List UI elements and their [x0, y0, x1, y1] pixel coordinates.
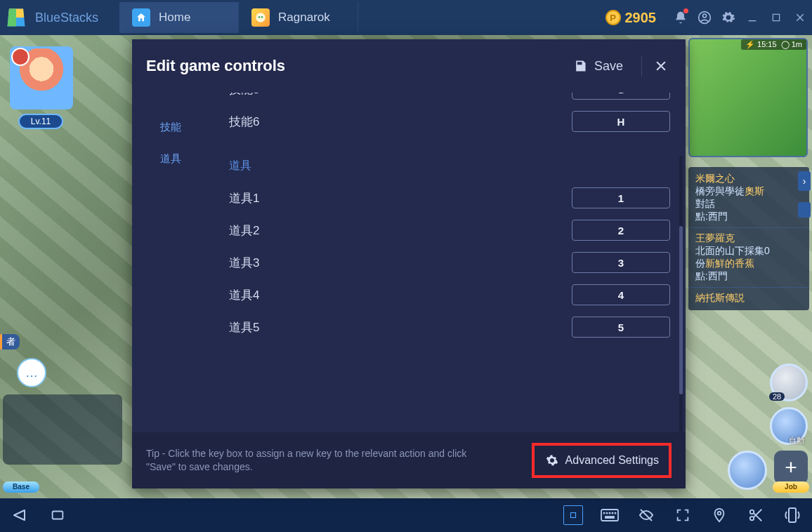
svg-point-16	[609, 512, 610, 513]
keybind-row: 道具4 4	[212, 279, 670, 311]
quest-next-icon[interactable]: ›	[798, 171, 811, 191]
minimap[interactable]	[688, 38, 808, 157]
svg-point-4	[256, 13, 265, 22]
modal-title: Edit game controls	[146, 57, 565, 75]
action-buttons-hud: 28 自動 +	[723, 364, 808, 490]
advanced-gear-icon	[546, 454, 558, 467]
home-icon	[132, 8, 150, 27]
tab-home[interactable]: Home	[119, 2, 239, 33]
quest-1-title: 米爾之心	[695, 173, 802, 185]
keybind-input[interactable]: 3	[572, 252, 670, 273]
ragnarok-icon	[251, 8, 270, 27]
keybind-input[interactable]: G	[572, 93, 670, 100]
svg-point-15	[606, 512, 607, 513]
svg-rect-10	[773, 14, 779, 20]
bell-icon[interactable]	[669, 6, 693, 29]
svg-rect-23	[789, 508, 796, 522]
keybind-input[interactable]: 1	[572, 187, 670, 208]
game-viewport: Lv.11 ⚡ 15:15 ◯ 1m › 米爾之心 橋旁與學徒奧斯 對話 點:西…	[0, 35, 812, 498]
scrollbar-thumb[interactable]	[679, 226, 683, 394]
close-button[interactable]	[652, 57, 670, 75]
player-avatar-hud[interactable]: Lv.11	[10, 46, 87, 159]
chat-bubble-icon[interactable]: …	[17, 358, 46, 387]
window-maximize[interactable]	[764, 6, 788, 29]
brand-name: BlueStacks	[35, 11, 98, 25]
advanced-settings-button[interactable]: Advanced Settings	[532, 443, 672, 478]
scissors-icon[interactable]	[746, 505, 766, 525]
quest-panel[interactable]: › 米爾之心 橋旁與學徒奧斯 對話 點:西門 王夢羅克 北面的山下採集0 份新鮮…	[688, 167, 809, 310]
sidebar-item-skill[interactable]: 技能	[160, 121, 181, 134]
hand-button[interactable]	[728, 451, 767, 490]
shake-icon[interactable]	[782, 505, 802, 525]
svg-rect-9	[749, 20, 757, 21]
window-minimize[interactable]	[740, 6, 764, 29]
svg-rect-13	[601, 510, 618, 521]
modal-header: Edit game controls Save	[132, 39, 686, 93]
tab-home-label: Home	[159, 11, 190, 25]
footer-tip: Tip - Click the key box to assign a new …	[146, 447, 483, 474]
location-icon[interactable]	[709, 505, 729, 525]
keybind-label: 技能6	[212, 114, 451, 130]
advanced-settings-label: Advanced Settings	[565, 454, 659, 467]
quest-2-title: 王夢羅克	[695, 232, 802, 245]
tab-ragnarok[interactable]: Ragnarok	[239, 2, 358, 33]
keybind-row: 技能6 H	[212, 105, 670, 138]
save-icon	[573, 59, 587, 73]
keybind-input[interactable]: H	[572, 111, 670, 132]
hide-icon[interactable]	[636, 505, 656, 525]
keybind-input[interactable]: 4	[572, 284, 670, 305]
equip-button[interactable]: 28	[770, 364, 808, 401]
keybind-row: 道具3 3	[212, 246, 670, 279]
keybind-label: 道具4	[212, 287, 451, 303]
save-button[interactable]: Save	[565, 55, 631, 78]
keybind-row: 道具2 2	[212, 214, 670, 246]
job-xp-pill: Job	[773, 481, 809, 493]
save-label: Save	[594, 59, 623, 74]
keyboard-icon[interactable]	[600, 505, 620, 525]
quest-2-line: 北面的山下採集0	[695, 245, 802, 258]
gear-icon[interactable]	[716, 6, 740, 29]
keybind-input[interactable]: 5	[572, 317, 670, 338]
quest-1-line2: 對話	[695, 198, 802, 211]
edit-controls-modal: Edit game controls Save 技能 道具 技能5 G	[132, 39, 686, 488]
svg-point-20	[718, 512, 721, 515]
svg-rect-12	[571, 513, 576, 518]
quest-3-title: 納托斯傳説	[695, 292, 802, 305]
keybind-row: 道具5 5	[212, 311, 670, 343]
window-close[interactable]	[788, 6, 812, 29]
account-icon[interactable]	[693, 6, 716, 29]
keybind-row: 道具1 1	[212, 182, 670, 214]
quest-1-loc: 點:西門	[695, 211, 802, 223]
svg-point-6	[261, 16, 263, 18]
auto-button[interactable]: 自動	[770, 407, 808, 445]
svg-point-18	[615, 512, 615, 513]
toggle-overlay-icon[interactable]	[563, 505, 583, 525]
keybind-label: 道具1	[212, 190, 451, 206]
svg-point-8	[703, 14, 707, 18]
quest-2-line2: 份新鮮的香蕉	[695, 258, 802, 270]
modal-footer: Tip - Click the key box to assign a new …	[132, 432, 686, 488]
back-icon[interactable]	[10, 505, 30, 525]
keybind-row: 技能5 G	[212, 93, 670, 105]
tab-ragnarok-label: Ragnarok	[278, 11, 330, 25]
plus-button[interactable]: +	[774, 451, 808, 484]
svg-rect-19	[605, 517, 614, 518]
quest-1-line: 橋旁與學徒奧斯	[695, 185, 802, 198]
quest-list-icon[interactable]	[798, 202, 811, 218]
svg-point-17	[612, 512, 613, 513]
bluestacks-logo	[0, 1, 32, 34]
chat-panel[interactable]	[3, 394, 122, 465]
player-level-badge: Lv.11	[18, 114, 63, 129]
home-nav-icon[interactable]	[48, 505, 67, 525]
section-heading-item: 道具	[212, 138, 670, 182]
keybind-label: 道具2	[212, 222, 451, 239]
keybind-label: 道具3	[212, 255, 451, 271]
sidebar-item-item[interactable]: 道具	[160, 152, 181, 166]
svg-point-5	[258, 16, 261, 18]
coin-icon: P	[605, 10, 621, 25]
coin-counter[interactable]: P 2905	[605, 10, 657, 26]
coin-value: 2905	[625, 10, 657, 26]
keybind-input[interactable]: 2	[572, 220, 670, 241]
svg-marker-2	[8, 9, 17, 27]
fullscreen-icon[interactable]	[673, 505, 693, 525]
